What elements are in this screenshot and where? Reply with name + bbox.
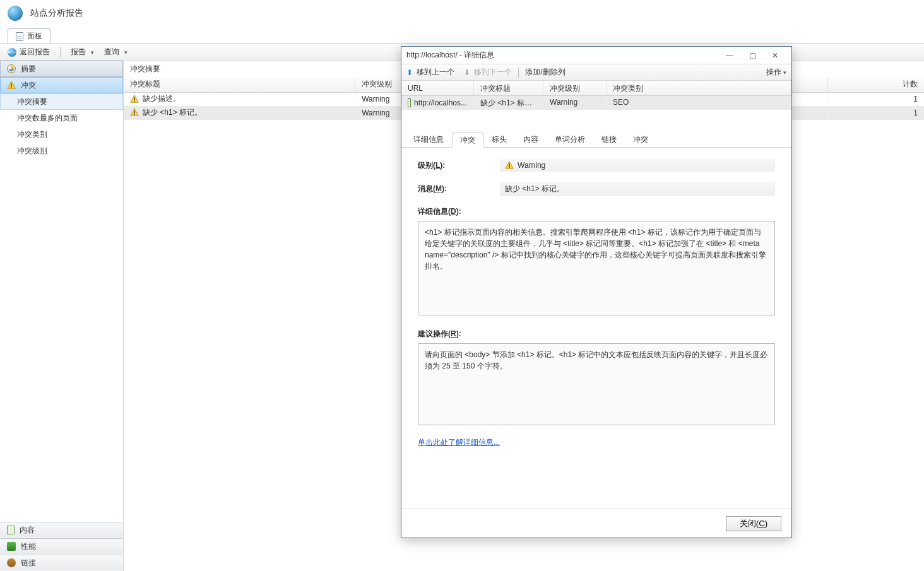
minimize-button[interactable]: — [718, 49, 741, 62]
report-dropdown-label: 报告 [71, 47, 86, 57]
level-value: Warning [500, 159, 775, 172]
warn-icon [7, 81, 16, 90]
warn-icon [505, 161, 514, 170]
titlebar: 站点分析报告 [0, 0, 924, 26]
detail-tabs: 详细信息 冲突 标头 内容 单词分析 链接 冲突 [401, 130, 791, 148]
chart-icon [7, 64, 16, 73]
sidebar-item-label: 冲突类别 [17, 129, 47, 140]
cell-title: 缺少 <h1> 标记... [474, 96, 543, 110]
sidebar-item-label: 冲突摘要 [17, 97, 47, 107]
globe-icon [8, 6, 23, 21]
message-label: 消息(M): [418, 184, 500, 194]
arrow-down-icon: ⬇ [464, 68, 470, 77]
detail-grid-header: URL 冲突标题 冲突级别 冲突类别 [401, 81, 791, 96]
sidebar-item-label: 链接 [21, 558, 36, 568]
col-count[interactable]: 计数 [827, 77, 924, 92]
dialog-toolbar: ⬆ 移到上一个 · ⬇ 移到下一个 添加/删除列 操作 [401, 64, 791, 81]
sidebar-item-label: 冲突级别 [17, 146, 47, 156]
more-info-link[interactable]: 单击此处了解详细信息... [418, 437, 500, 448]
recommend-section-label: 建议操作(R): [418, 329, 775, 339]
detail-body: 级别(L): Warning 消息(M): 缺少 <h1> 标记。 详细信息(D… [401, 148, 791, 509]
cell-title: 缺少描述。 [143, 93, 181, 104]
dialog-titlebar[interactable]: http://localhost/ - 详细信息 — ▢ ✕ [401, 47, 791, 64]
sidebar-item-label: 内容 [20, 525, 35, 536]
dialog-footer: 关闭(C) [401, 509, 791, 538]
sidebar-item-label: 性能 [21, 541, 36, 552]
tab-header[interactable]: 标头 [483, 132, 515, 147]
sidebar-item-conflict-category[interactable]: 冲突类别 [0, 126, 123, 143]
file-icon [16, 32, 23, 41]
sidebar-item-label: 摘要 [21, 64, 36, 74]
detail-dialog: http://localhost/ - 详细信息 — ▢ ✕ ⬆ 移到上一个 ·… [401, 46, 792, 538]
sidebar-item-most-conflict-pages[interactable]: 冲突数最多的页面 [0, 110, 123, 126]
separator [60, 47, 61, 58]
cell-count: 1 [827, 92, 924, 106]
tab-panel-label: 面板 [27, 31, 42, 42]
tab-conflict[interactable]: 冲突 [452, 132, 483, 148]
sidebar-item-conflict-level[interactable]: 冲突级别 [0, 143, 123, 159]
level-label: 级别(L): [418, 160, 500, 171]
tab-word-analysis[interactable]: 单词分析 [547, 132, 593, 147]
tab-links[interactable]: 链接 [593, 132, 625, 147]
sidebar-item-performance[interactable]: 性能 [0, 538, 123, 555]
warn-icon [130, 108, 139, 117]
tab-content[interactable]: 内容 [515, 132, 547, 147]
sidebar-item-label: 冲突数最多的页面 [17, 113, 78, 124]
sidebar-item-content[interactable]: 内容 [0, 522, 123, 538]
detail-grid-row[interactable]: http://localhos... 缺少 <h1> 标记... Warning… [401, 96, 791, 110]
cell-count: 1 [827, 106, 924, 120]
separator [518, 68, 519, 78]
cell-title: 缺少 <h1> 标记。 [143, 107, 202, 118]
tab-panel[interactable]: 面板 [8, 28, 50, 44]
document-icon [7, 526, 15, 534]
sidebar-item-summary[interactable]: 摘要 [0, 61, 123, 77]
back-button[interactable]: ⟵ 返回报告 [8, 47, 50, 57]
maximize-button[interactable]: ▢ [741, 49, 764, 62]
cell-level: Warning [543, 96, 607, 110]
cell-url: http://localhos... [414, 98, 467, 107]
message-value: 缺少 <h1> 标记。 [500, 182, 775, 196]
sidebar-item-links[interactable]: 链接 [0, 555, 123, 571]
dialog-title: http://localhost/ - 详细信息 [406, 50, 718, 61]
sidebar-item-conflict[interactable]: 冲突 [0, 77, 123, 93]
tab-detail[interactable]: 详细信息 [405, 132, 452, 147]
query-dropdown[interactable]: 查询 [104, 47, 127, 57]
level-value-text: Warning [518, 161, 545, 170]
link-icon [7, 558, 16, 567]
add-remove-columns-button[interactable]: 添加/删除列 [525, 67, 565, 78]
sidebar-item-label: 冲突 [21, 80, 36, 91]
next-button: 移到下一个 [474, 67, 512, 78]
col-cat[interactable]: 冲突类别 [607, 81, 791, 95]
col-title[interactable]: 冲突标题 [474, 81, 543, 95]
tab-conflict-2[interactable]: 冲突 [625, 132, 656, 147]
back-icon: ⟵ [8, 48, 16, 57]
prev-button[interactable]: 移到上一个 [417, 67, 454, 78]
detail-section-label: 详细信息(D): [418, 206, 775, 217]
col-title[interactable]: 冲突标题 [124, 77, 355, 92]
detail-text[interactable] [418, 221, 775, 315]
warn-icon [130, 95, 139, 103]
col-level[interactable]: 冲突级别 [543, 81, 607, 95]
page-icon [408, 98, 411, 107]
query-dropdown-label: 查询 [104, 47, 119, 57]
cell-cat: SEO [607, 96, 791, 110]
arrow-up-icon: ⬆ [406, 68, 413, 77]
tabstrip: 面板 [0, 26, 924, 44]
sidebar-item-conflict-summary[interactable]: 冲突摘要 [0, 93, 123, 110]
report-dropdown[interactable]: 报告 [71, 47, 94, 57]
close-button[interactable]: 关闭(C) [726, 516, 781, 531]
operations-dropdown[interactable]: 操作 [766, 67, 786, 78]
recommend-text[interactable] [418, 343, 775, 425]
col-url[interactable]: URL [401, 81, 474, 95]
app-title: 站点分析报告 [30, 8, 83, 19]
performance-icon [7, 542, 16, 551]
sidebar: 摘要 冲突 冲突摘要 冲突数最多的页面 冲突类别 冲突级别 内容 [0, 61, 124, 571]
back-label: 返回报告 [20, 47, 50, 57]
close-window-button[interactable]: ✕ [764, 49, 786, 62]
